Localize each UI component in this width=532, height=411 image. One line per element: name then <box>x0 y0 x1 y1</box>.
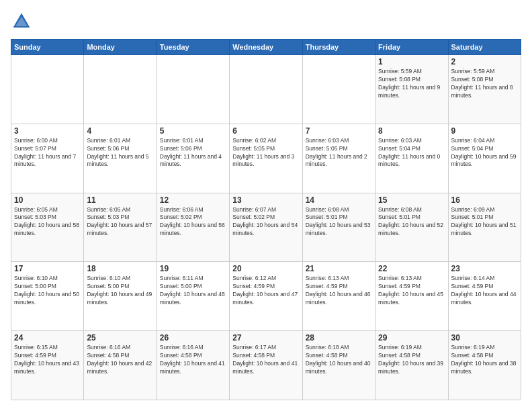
day-number: 7 <box>306 126 372 136</box>
day-info: Sunrise: 6:03 AMSunset: 5:05 PMDaylight:… <box>306 137 372 169</box>
day-cell: 7Sunrise: 6:03 AMSunset: 5:05 PMDaylight… <box>302 124 375 193</box>
day-cell: 9Sunrise: 6:04 AMSunset: 5:04 PMDaylight… <box>448 124 521 193</box>
day-number: 16 <box>451 195 518 205</box>
day-cell: 10Sunrise: 6:05 AMSunset: 5:03 PMDayligh… <box>11 193 84 262</box>
day-info: Sunrise: 6:11 AMSunset: 5:00 PMDaylight:… <box>160 275 226 307</box>
day-info: Sunrise: 6:10 AMSunset: 5:00 PMDaylight:… <box>14 275 81 307</box>
weekday-header-saturday: Saturday <box>448 40 521 55</box>
day-info: Sunrise: 6:17 AMSunset: 4:58 PMDaylight:… <box>232 344 299 376</box>
day-info: Sunrise: 6:02 AMSunset: 5:05 PMDaylight:… <box>232 137 299 169</box>
day-info: Sunrise: 5:59 AMSunset: 5:08 PMDaylight:… <box>378 68 445 100</box>
day-cell: 19Sunrise: 6:11 AMSunset: 5:00 PMDayligh… <box>157 262 229 331</box>
day-number: 17 <box>14 264 81 273</box>
day-cell: 14Sunrise: 6:08 AMSunset: 5:01 PMDayligh… <box>302 193 375 262</box>
day-cell: 21Sunrise: 6:13 AMSunset: 4:59 PMDayligh… <box>302 262 375 331</box>
day-cell: 30Sunrise: 6:19 AMSunset: 4:58 PMDayligh… <box>448 331 521 400</box>
week-row-3: 10Sunrise: 6:05 AMSunset: 5:03 PMDayligh… <box>11 193 521 262</box>
week-row-2: 3Sunrise: 6:00 AMSunset: 5:07 PMDaylight… <box>11 124 521 193</box>
day-number: 6 <box>232 126 299 136</box>
day-info: Sunrise: 6:13 AMSunset: 4:59 PMDaylight:… <box>306 275 372 307</box>
day-cell: 25Sunrise: 6:16 AMSunset: 4:58 PMDayligh… <box>84 331 157 400</box>
weekday-header-wednesday: Wednesday <box>230 40 302 55</box>
day-number: 1 <box>378 57 445 66</box>
day-number: 27 <box>232 333 299 342</box>
day-number: 10 <box>14 195 81 205</box>
day-info: Sunrise: 6:03 AMSunset: 5:04 PMDaylight:… <box>378 137 445 169</box>
day-cell: 15Sunrise: 6:08 AMSunset: 5:01 PMDayligh… <box>375 193 448 262</box>
day-info: Sunrise: 6:05 AMSunset: 5:03 PMDaylight:… <box>14 206 81 238</box>
day-info: Sunrise: 6:00 AMSunset: 5:07 PMDaylight:… <box>14 137 81 169</box>
day-cell: 13Sunrise: 6:07 AMSunset: 5:02 PMDayligh… <box>230 193 302 262</box>
day-number: 18 <box>87 264 153 273</box>
day-cell: 23Sunrise: 6:14 AMSunset: 4:59 PMDayligh… <box>448 262 521 331</box>
day-cell <box>302 55 375 124</box>
day-number: 19 <box>160 264 226 273</box>
day-cell: 22Sunrise: 6:13 AMSunset: 4:59 PMDayligh… <box>375 262 448 331</box>
day-cell: 5Sunrise: 6:01 AMSunset: 5:06 PMDaylight… <box>157 124 229 193</box>
day-number: 26 <box>160 333 226 342</box>
day-info: Sunrise: 6:05 AMSunset: 5:03 PMDaylight:… <box>87 206 153 238</box>
weekday-header-monday: Monday <box>84 40 157 55</box>
calendar-header: SundayMondayTuesdayWednesdayThursdayFrid… <box>11 40 521 55</box>
day-number: 11 <box>87 195 153 205</box>
day-number: 21 <box>306 264 372 273</box>
week-row-5: 24Sunrise: 6:15 AMSunset: 4:59 PMDayligh… <box>11 331 521 400</box>
day-info: Sunrise: 6:08 AMSunset: 5:01 PMDaylight:… <box>306 206 372 238</box>
day-cell: 6Sunrise: 6:02 AMSunset: 5:05 PMDaylight… <box>230 124 302 193</box>
day-cell: 18Sunrise: 6:10 AMSunset: 5:00 PMDayligh… <box>84 262 157 331</box>
day-cell <box>230 55 302 124</box>
day-info: Sunrise: 6:04 AMSunset: 5:04 PMDaylight:… <box>451 137 518 169</box>
day-number: 15 <box>378 195 445 205</box>
day-number: 8 <box>378 126 445 136</box>
day-cell: 8Sunrise: 6:03 AMSunset: 5:04 PMDaylight… <box>375 124 448 193</box>
day-number: 23 <box>451 264 518 273</box>
day-number: 14 <box>306 195 372 205</box>
day-number: 12 <box>160 195 226 205</box>
day-info: Sunrise: 6:18 AMSunset: 4:58 PMDaylight:… <box>306 344 372 376</box>
day-number: 22 <box>378 264 445 273</box>
calendar-table: SundayMondayTuesdayWednesdayThursdayFrid… <box>11 39 521 400</box>
day-number: 30 <box>451 333 518 342</box>
logo-icon <box>11 11 32 32</box>
day-number: 4 <box>87 126 153 136</box>
day-info: Sunrise: 6:16 AMSunset: 4:58 PMDaylight:… <box>87 344 153 376</box>
day-number: 9 <box>451 126 518 136</box>
day-info: Sunrise: 6:07 AMSunset: 5:02 PMDaylight:… <box>232 206 299 238</box>
day-cell: 17Sunrise: 6:10 AMSunset: 5:00 PMDayligh… <box>11 262 84 331</box>
day-cell <box>157 55 229 124</box>
day-info: Sunrise: 5:59 AMSunset: 5:08 PMDaylight:… <box>451 68 518 100</box>
day-cell: 16Sunrise: 6:09 AMSunset: 5:01 PMDayligh… <box>448 193 521 262</box>
day-cell <box>84 55 157 124</box>
page: SundayMondayTuesdayWednesdayThursdayFrid… <box>0 0 532 411</box>
day-cell: 29Sunrise: 6:19 AMSunset: 4:58 PMDayligh… <box>375 331 448 400</box>
day-number: 13 <box>232 195 299 205</box>
weekday-header-tuesday: Tuesday <box>157 40 229 55</box>
day-number: 25 <box>87 333 153 342</box>
day-cell: 4Sunrise: 6:01 AMSunset: 5:06 PMDaylight… <box>84 124 157 193</box>
day-number: 24 <box>14 333 81 342</box>
day-info: Sunrise: 6:08 AMSunset: 5:01 PMDaylight:… <box>378 206 445 238</box>
day-info: Sunrise: 6:19 AMSunset: 4:58 PMDaylight:… <box>378 344 445 376</box>
day-cell: 28Sunrise: 6:18 AMSunset: 4:58 PMDayligh… <box>302 331 375 400</box>
header <box>11 11 521 32</box>
day-info: Sunrise: 6:06 AMSunset: 5:02 PMDaylight:… <box>160 206 226 238</box>
weekday-header-friday: Friday <box>375 40 448 55</box>
day-info: Sunrise: 6:15 AMSunset: 4:59 PMDaylight:… <box>14 344 81 376</box>
calendar: SundayMondayTuesdayWednesdayThursdayFrid… <box>11 39 521 400</box>
day-number: 5 <box>160 126 226 136</box>
day-cell: 27Sunrise: 6:17 AMSunset: 4:58 PMDayligh… <box>230 331 302 400</box>
day-info: Sunrise: 6:12 AMSunset: 4:59 PMDaylight:… <box>232 275 299 307</box>
day-info: Sunrise: 6:13 AMSunset: 4:59 PMDaylight:… <box>378 275 445 307</box>
day-cell <box>11 55 84 124</box>
day-number: 2 <box>451 57 518 66</box>
day-number: 20 <box>232 264 299 273</box>
day-number: 28 <box>306 333 372 342</box>
day-cell: 20Sunrise: 6:12 AMSunset: 4:59 PMDayligh… <box>230 262 302 331</box>
day-info: Sunrise: 6:19 AMSunset: 4:58 PMDaylight:… <box>451 344 518 376</box>
week-row-1: 1Sunrise: 5:59 AMSunset: 5:08 PMDaylight… <box>11 55 521 124</box>
weekday-header-thursday: Thursday <box>302 40 375 55</box>
calendar-body: 1Sunrise: 5:59 AMSunset: 5:08 PMDaylight… <box>11 55 521 400</box>
day-cell: 2Sunrise: 5:59 AMSunset: 5:08 PMDaylight… <box>448 55 521 124</box>
day-cell: 1Sunrise: 5:59 AMSunset: 5:08 PMDaylight… <box>375 55 448 124</box>
weekday-header-sunday: Sunday <box>11 40 84 55</box>
